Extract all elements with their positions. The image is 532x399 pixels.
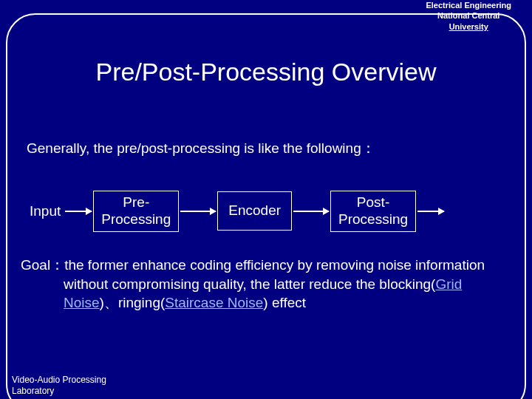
goal-label: Goal：: [21, 257, 64, 273]
intro-text: Generally, the pre/post-processing is li…: [27, 139, 505, 159]
arrow-icon: [293, 211, 329, 212]
staircase-noise-link[interactable]: Staircase Noise: [165, 295, 263, 310]
post-line1: Post-: [338, 194, 408, 211]
arrow-icon: [417, 211, 444, 212]
goal-text: Goal：the former enhance coding efficienc…: [21, 256, 511, 313]
arrow-icon: [180, 211, 216, 212]
post-line2: Processing: [338, 211, 408, 228]
goal-part1: the former enhance coding efficiency by …: [64, 257, 485, 292]
footer-line2: Laboratory: [12, 386, 106, 396]
header-line3: University: [426, 21, 511, 32]
header-line1: Electrical Engineering: [426, 0, 511, 10]
pipeline-diagram: Input Pre- Processing Encoder Post- Proc…: [27, 191, 505, 232]
arrow-icon: [65, 211, 92, 212]
header-line2: National Central: [426, 10, 511, 21]
institution-header: Electrical Engineering National Central …: [426, 0, 511, 32]
goal-part2: )、ringing(: [100, 295, 166, 310]
goal-part3: ) effect: [263, 295, 306, 310]
pre-line1: Pre-: [101, 194, 171, 211]
diagram-encoder-box: Encoder: [217, 191, 292, 231]
lab-footer: Video-Audio Processing Laboratory: [12, 375, 106, 396]
encoder-label: Encoder: [228, 202, 281, 218]
slide-title: Pre/Post-Processing Overview: [0, 58, 532, 86]
footer-line1: Video-Audio Processing: [12, 375, 106, 385]
diagram-preprocessing-box: Pre- Processing: [93, 191, 179, 232]
diagram-postprocessing-box: Post- Processing: [330, 191, 416, 232]
pre-line2: Processing: [101, 211, 171, 228]
diagram-input-label: Input: [27, 203, 64, 219]
